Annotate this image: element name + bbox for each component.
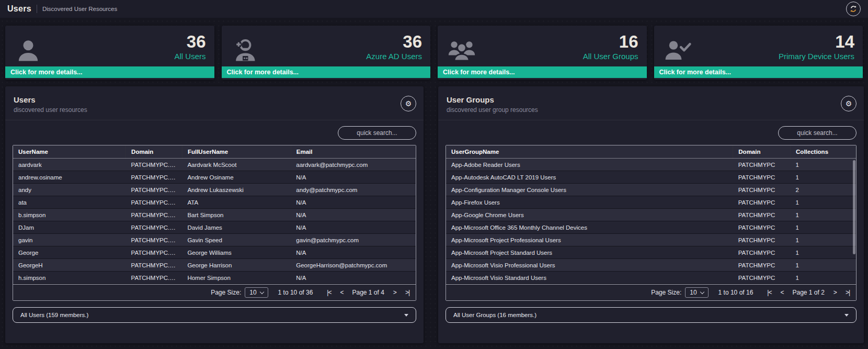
previous-page-button[interactable]: < — [778, 289, 785, 296]
dropdown-selected-value: All User Groups (16 members.) — [453, 312, 536, 318]
table-cell: andy — [13, 184, 126, 196]
table-row[interactable]: App-Configuration Manager Console UsersP… — [446, 184, 856, 196]
groups-table: UserGroupNameDomainCollectionsApp-Adobe … — [446, 145, 856, 284]
column-header[interactable]: Domain — [126, 145, 182, 159]
table-cell: 1 — [791, 259, 856, 272]
more-details-banner[interactable]: Click for more details... — [438, 66, 647, 78]
next-page-button[interactable]: > — [391, 289, 398, 296]
table-cell: App-Configuration Manager Console Users — [446, 184, 733, 196]
table-cell: N/A — [291, 246, 416, 259]
table-cell: App-Microsoft Visio Standard Users — [446, 272, 733, 284]
refresh-button[interactable] — [846, 2, 861, 16]
table-cell: 1 — [791, 234, 856, 246]
column-header[interactable]: Collections — [791, 145, 856, 159]
first-page-button[interactable]: |< — [325, 289, 333, 296]
vertical-scrollbar[interactable] — [853, 160, 855, 254]
panels-row: Users discovered user resources ⚙ UserNa… — [0, 86, 868, 343]
column-header[interactable]: UserGroupName — [446, 145, 733, 159]
page-subtitle: Discovered User Resources — [42, 6, 117, 12]
table-row[interactable]: App-Firefox UsersPATCHMYPC1 — [446, 196, 856, 209]
groups-collection-dropdown[interactable]: All User Groups (16 members.) — [446, 307, 856, 323]
table-row[interactable]: GeorgePATCHMYPC.COMGeorge WilliamsN/A — [13, 246, 416, 259]
table-cell: 1 — [791, 272, 856, 284]
table-cell: PATCHMYPC — [733, 234, 791, 246]
users-collection-dropdown[interactable]: All Users (159 members.) — [13, 307, 416, 323]
column-header[interactable]: Domain — [733, 145, 791, 159]
search-input[interactable] — [338, 126, 416, 140]
pager-page-text: Page 1 of 4 — [352, 289, 384, 296]
table-row[interactable]: DJamPATCHMYPC.COMDavid JamesN/A — [13, 221, 416, 234]
stat-card-azure-ad-users[interactable]: 36 Azure AD Users Click for more details… — [222, 26, 431, 80]
table-cell: App-Microsoft Office 365 Monthly Channel… — [446, 221, 733, 234]
last-page-button[interactable]: >| — [843, 289, 852, 296]
table-cell: PATCHMYPC.COM — [126, 184, 182, 196]
table-row[interactable]: App-Google Chrome UsersPATCHMYPC1 — [446, 209, 856, 221]
column-header[interactable]: Email — [291, 145, 416, 159]
table-cell: Andrew Lukaszewski — [182, 184, 291, 196]
pager-range: 1 to 10 of 36 — [278, 289, 313, 296]
column-header[interactable]: FullUserName — [182, 145, 291, 159]
table-row[interactable]: App-Microsoft Visio Professional UsersPA… — [446, 259, 856, 272]
table-cell: N/A — [291, 221, 416, 234]
table-cell: N/A — [291, 272, 416, 284]
table-row[interactable]: GeorgeHPATCHMYPC.COMGeorge HarrisonGeorg… — [13, 259, 416, 272]
table-cell: 1 — [791, 196, 856, 209]
table-cell: 1 — [791, 171, 856, 184]
table-cell: PATCHMYPC — [733, 159, 791, 171]
table-row[interactable]: App-Autodesk AutoCAD LT 2019 UsersPATCHM… — [446, 171, 856, 184]
user-icon — [15, 37, 42, 66]
page-size-label: Page Size: — [211, 289, 241, 296]
settings-button[interactable]: ⚙ — [841, 96, 856, 111]
pager-range: 1 to 10 of 16 — [718, 289, 753, 296]
gear-icon: ⚙ — [846, 99, 852, 108]
more-details-banner[interactable]: Click for more details... — [222, 66, 431, 78]
table-cell: App-Microsoft Project Standard Users — [446, 246, 733, 259]
table-cell: N/A — [291, 196, 416, 209]
caret-down-icon — [404, 314, 408, 317]
table-cell: Andrew Osiname — [182, 171, 291, 184]
table-cell: Bart Simpson — [182, 209, 291, 221]
table-cell: gavin — [13, 234, 126, 246]
table-cell: GeorgeHarrison@patchmypc.com — [291, 259, 416, 272]
stat-card-primary-device-users[interactable]: 14 Primary Device Users Click for more d… — [654, 26, 863, 80]
table-cell: App-Microsoft Visio Professional Users — [446, 259, 733, 272]
table-row[interactable]: App-Adobe Reader UsersPATCHMYPC1 — [446, 159, 856, 171]
last-page-button[interactable]: >| — [403, 289, 412, 296]
stat-card-all-user-groups[interactable]: 16 All User Groups Click for more detail… — [438, 26, 647, 80]
table-cell: andy@patchmypc.com — [291, 184, 416, 196]
table-row[interactable]: App-Microsoft Project Standard UsersPATC… — [446, 246, 856, 259]
table-row[interactable]: aardvarkPATCHMYPC.COMAardvark McScootaar… — [13, 159, 416, 171]
table-cell: DJam — [13, 221, 126, 234]
page-title: Users — [7, 4, 31, 14]
table-cell: PATCHMYPC.COM — [126, 159, 182, 171]
table-row[interactable]: h.simpsonPATCHMYPC.COMHomer SimpsonN/A — [13, 272, 416, 284]
table-cell: andrew.osiname — [13, 171, 126, 184]
table-cell: ATA — [182, 196, 291, 209]
table-row[interactable]: andrew.osinamePATCHMYPC.COMAndrew Osinam… — [13, 171, 416, 184]
more-details-banner[interactable]: Click for more details... — [654, 66, 863, 78]
table-cell: PATCHMYPC — [733, 196, 791, 209]
page-size-select[interactable]: 10 — [245, 287, 268, 298]
table-cell: George — [13, 246, 126, 259]
more-details-banner[interactable]: Click for more details... — [5, 66, 214, 78]
previous-page-button[interactable]: < — [338, 289, 345, 296]
table-cell: PATCHMYPC.COM — [126, 272, 182, 284]
table-row[interactable]: App-Microsoft Project Professional Users… — [446, 234, 856, 246]
first-page-button[interactable]: |< — [765, 289, 773, 296]
settings-button[interactable]: ⚙ — [401, 96, 416, 111]
column-header[interactable]: UserName — [13, 145, 126, 159]
page-size-select[interactable]: 10 — [685, 287, 708, 298]
stat-card-all-users[interactable]: 36 All Users Click for more details... — [5, 26, 214, 80]
table-row[interactable]: App-Microsoft Office 365 Monthly Channel… — [446, 221, 856, 234]
search-input[interactable] — [778, 126, 856, 140]
table-row[interactable]: ataPATCHMYPC.COMATAN/A — [13, 196, 416, 209]
table-cell: h.simpson — [13, 272, 126, 284]
table-row[interactable]: b.simpsonPATCHMYPC.COMBart SimpsonN/A — [13, 209, 416, 221]
table-cell: Homer Simpson — [182, 272, 291, 284]
next-page-button[interactable]: > — [831, 289, 839, 296]
table-row[interactable]: andyPATCHMYPC.COMAndrew Lukaszewskiandy@… — [13, 184, 416, 196]
groups-panel-header: User Groups discovered user group resour… — [438, 86, 864, 120]
table-row[interactable]: gavinPATCHMYPC.COMGavin Speedgavin@patch… — [13, 234, 416, 246]
table-row[interactable]: App-Microsoft Visio Standard UsersPATCHM… — [446, 272, 856, 284]
table-cell: PATCHMYPC.COM — [126, 259, 182, 272]
